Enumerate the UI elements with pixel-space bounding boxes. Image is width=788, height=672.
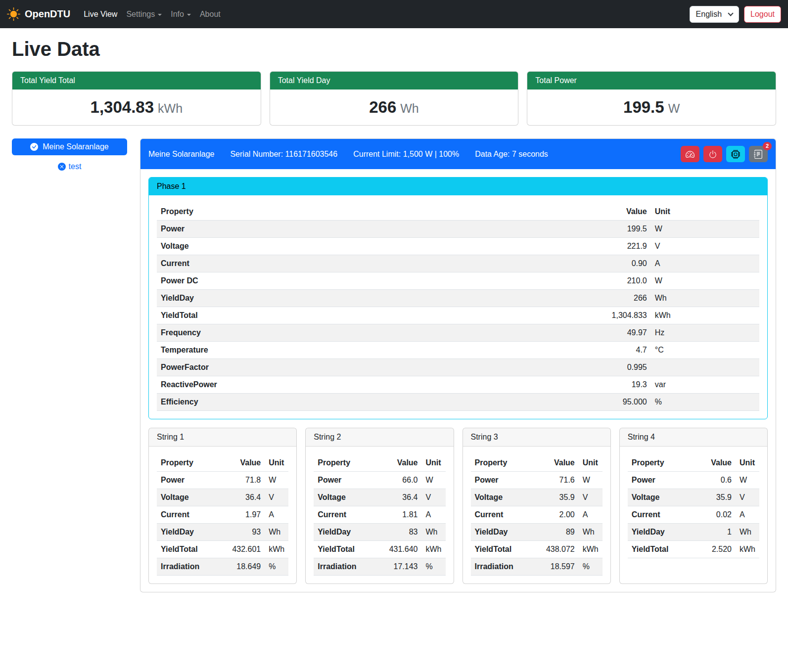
value-cell: 2.00	[531, 506, 579, 524]
column-unit: Unit	[422, 454, 446, 472]
nav-links: Live View Settings Info About	[79, 6, 689, 23]
property-cell: Power	[157, 221, 453, 238]
unit-cell: V	[579, 489, 603, 506]
table-header-row: Property Value Unit	[314, 454, 445, 472]
check-circle-icon	[30, 143, 38, 151]
logout-button[interactable]: Logout	[744, 6, 781, 23]
unit-cell: kWh	[265, 541, 288, 558]
caret-down-icon	[158, 14, 162, 16]
string-2-card: String 2 Property Value Unit	[305, 428, 454, 584]
unit-cell: A	[579, 506, 603, 524]
card-title: Total Yield Day	[270, 72, 518, 90]
string-3-title: String 3	[463, 428, 610, 447]
string-1-card: String 1 Property Value Unit	[148, 428, 297, 584]
property-cell: Current	[628, 506, 694, 524]
property-cell: Voltage	[157, 238, 453, 255]
value-cell: 1	[694, 524, 736, 541]
inverter-serial: Serial Number: 116171603546	[230, 150, 337, 159]
chevron-down-icon	[728, 10, 733, 16]
unit-cell: %	[579, 558, 603, 576]
value-cell: 35.9	[531, 489, 579, 506]
unit-cell: °C	[651, 342, 759, 359]
card-body: 199.5W	[527, 90, 776, 125]
inverter-select-label: Meine Solaranlage	[43, 142, 108, 151]
value-cell: 36.4	[374, 489, 422, 506]
power-toggle-button[interactable]	[703, 146, 722, 162]
brand-link[interactable]: OpenDTU	[7, 7, 70, 21]
property-cell: YieldTotal	[471, 541, 531, 558]
table-row: ReactivePower19.3var	[157, 376, 759, 394]
table-row: YieldTotal2.520kWh	[628, 541, 759, 558]
string-2-table-body: Power66.0WVoltage36.4VCurrent1.81AYieldD…	[314, 472, 445, 576]
caret-down-icon	[187, 14, 191, 16]
column-value: Value	[453, 203, 651, 221]
value-cell: 432.601	[217, 541, 265, 558]
string-1-body: Property Value Unit Power71.8WVoltage36.…	[149, 447, 296, 583]
string-4-body: Property Value Unit Power0.6WVoltage35.9…	[620, 447, 767, 583]
language-select[interactable]: English	[690, 6, 739, 23]
cpu-icon	[731, 150, 740, 159]
inverter-panel: Meine Solaranlage Serial Number: 1161716…	[140, 138, 776, 592]
property-cell: Current	[157, 506, 217, 524]
inverter-select-button[interactable]: Meine Solaranlage	[12, 138, 127, 155]
inverter-actions: 2	[681, 146, 768, 162]
phase-1-title: Phase 1	[149, 178, 767, 195]
table-row: Power71.6W	[471, 472, 603, 489]
property-cell: YieldTotal	[157, 307, 453, 324]
device-info-button[interactable]	[726, 146, 745, 162]
column-value: Value	[531, 454, 579, 472]
event-count-badge: 2	[763, 142, 772, 150]
total-yield-day-card: Total Yield Day 266Wh	[270, 71, 519, 126]
event-log-button[interactable]: 2	[749, 146, 768, 162]
nav-settings[interactable]: Settings	[122, 6, 166, 23]
value-cell: 0.90	[453, 255, 651, 272]
table-row: Power DC210.0W	[157, 272, 759, 290]
unit-cell: A	[651, 255, 759, 272]
value-cell: 210.0	[453, 272, 651, 290]
property-cell: Efficiency	[157, 394, 453, 411]
table-row: Current1.81A	[314, 506, 445, 524]
card-title: Total Yield Total	[12, 72, 261, 90]
nav-about[interactable]: About	[195, 6, 225, 23]
value-cell: 93	[217, 524, 265, 541]
value-cell: 95.000	[453, 394, 651, 411]
total-yield-day-unit: Wh	[400, 101, 419, 115]
inverter-limit: Current Limit: 1,500 W | 100%	[353, 150, 459, 159]
unit-cell: W	[422, 472, 446, 489]
phase-table: Property Value Unit Power199.5WVoltage22…	[157, 203, 759, 411]
value-cell: 0.995	[453, 359, 651, 376]
string-3-table-body: Power71.6WVoltage35.9VCurrent2.00AYieldD…	[471, 472, 603, 576]
property-cell: Voltage	[471, 489, 531, 506]
property-cell: Irradiation	[314, 558, 374, 576]
string-1-title: String 1	[149, 428, 296, 447]
property-cell: Voltage	[314, 489, 374, 506]
property-cell: YieldTotal	[628, 541, 694, 558]
table-header-row: Property Value Unit	[157, 454, 288, 472]
unit-cell: A	[736, 506, 759, 524]
limit-settings-button[interactable]	[681, 146, 699, 162]
inverter-panel-header: Meine Solaranlage Serial Number: 1161716…	[140, 139, 776, 169]
table-header-row: Property Value Unit	[471, 454, 603, 472]
total-power-value: 199.5	[623, 98, 664, 116]
nav-live-view[interactable]: Live View	[79, 6, 122, 23]
column-unit: Unit	[265, 454, 288, 472]
string-2-table: Property Value Unit Power66.0WVoltage36.…	[314, 454, 445, 576]
value-cell: 36.4	[217, 489, 265, 506]
table-row: Temperature4.7°C	[157, 342, 759, 359]
value-cell: 1,304.833	[453, 307, 651, 324]
property-cell: YieldDay	[628, 524, 694, 541]
column-property: Property	[157, 454, 217, 472]
value-cell: 199.5	[453, 221, 651, 238]
value-cell: 83	[374, 524, 422, 541]
summary-cards: Total Yield Total 1,304.83kWh Total Yiel…	[12, 71, 776, 126]
table-row: Voltage36.4V	[157, 489, 288, 506]
column-property: Property	[314, 454, 374, 472]
table-row: YieldDay93Wh	[157, 524, 288, 541]
column-property: Property	[471, 454, 531, 472]
inverter-item-test[interactable]: test	[12, 162, 127, 171]
nav-info[interactable]: Info	[166, 6, 195, 23]
value-cell: 431.640	[374, 541, 422, 558]
table-row: YieldDay1Wh	[628, 524, 759, 541]
string-3-card: String 3 Property Value Unit	[463, 428, 611, 584]
property-cell: YieldDay	[471, 524, 531, 541]
